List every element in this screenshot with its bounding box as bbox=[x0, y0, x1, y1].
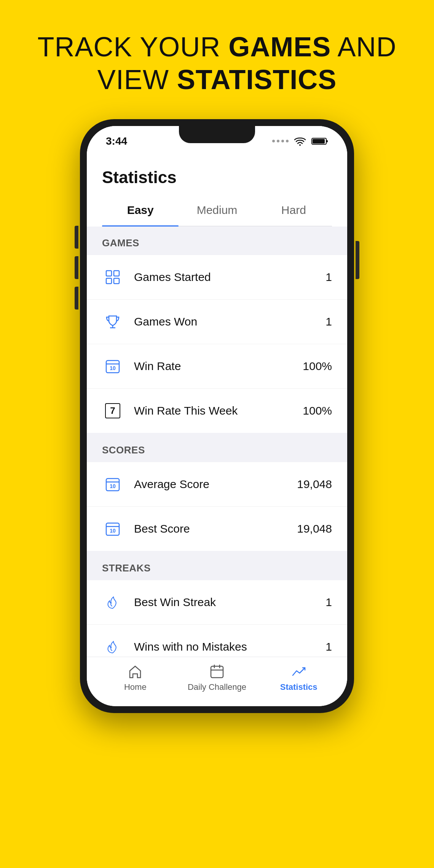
win-rate-icon: 10 bbox=[102, 356, 123, 377]
no-mistakes-value: 1 bbox=[326, 640, 332, 653]
games-won-value: 1 bbox=[326, 315, 332, 328]
table-row: 7 Win Rate This Week 100% bbox=[87, 389, 347, 433]
avg-score-value: 19,048 bbox=[297, 478, 332, 491]
games-card: Games Started 1 bbox=[87, 255, 347, 433]
avg-score-label: Average Score bbox=[134, 478, 297, 491]
calendar-icon bbox=[209, 663, 225, 680]
tab-hard[interactable]: Hard bbox=[255, 195, 332, 226]
hero-bold1: GAMES bbox=[228, 32, 331, 62]
svg-rect-4 bbox=[106, 271, 112, 276]
phone-inner: 3:44 bbox=[87, 126, 347, 706]
notch bbox=[179, 126, 255, 143]
best-streak-icon bbox=[102, 592, 123, 613]
tab-medium[interactable]: Medium bbox=[179, 195, 255, 226]
best-streak-label: Best Win Streak bbox=[134, 596, 326, 609]
grid-icon bbox=[102, 266, 123, 288]
battery-icon bbox=[311, 137, 328, 146]
signal-dots-icon bbox=[272, 140, 289, 142]
table-row: 10 Average Score 19,048 bbox=[87, 462, 347, 507]
win-rate-week-value: 100% bbox=[303, 404, 332, 417]
svg-text:10: 10 bbox=[110, 528, 116, 534]
best-score-icon: 10 bbox=[102, 518, 123, 539]
svg-point-0 bbox=[299, 144, 301, 146]
daily-challenge-label: Daily Challenge bbox=[188, 682, 246, 692]
win-rate-week-label: Win Rate This Week bbox=[134, 404, 303, 417]
win-rate-week-icon: 7 bbox=[102, 400, 123, 421]
status-bar: 3:44 bbox=[87, 126, 347, 156]
difficulty-tabs: Easy Medium Hard bbox=[102, 195, 332, 227]
svg-rect-2 bbox=[313, 139, 325, 144]
avg-score-icon: 10 bbox=[102, 474, 123, 495]
scores-card: 10 Average Score 19,048 10 bbox=[87, 462, 347, 551]
games-started-label: Games Started bbox=[134, 271, 326, 284]
home-label: Home bbox=[124, 682, 147, 692]
best-score-label: Best Score bbox=[134, 522, 297, 535]
games-section-header: Games bbox=[87, 227, 347, 255]
nav-item-daily-challenge[interactable]: Daily Challenge bbox=[176, 663, 258, 692]
no-mistakes-icon bbox=[102, 636, 123, 657]
svg-rect-5 bbox=[114, 271, 119, 276]
svg-rect-7 bbox=[114, 278, 119, 284]
page-title: Statistics bbox=[102, 168, 332, 195]
games-started-value: 1 bbox=[326, 271, 332, 284]
trophy-icon bbox=[102, 311, 123, 332]
app-header: Statistics Easy Medium Hard bbox=[87, 156, 347, 227]
table-row: 10 Best Score 19,048 bbox=[87, 507, 347, 551]
seven-box-icon: 7 bbox=[105, 403, 120, 418]
hero-section: TRACK YOUR GAMES AND VIEW STATISTICS bbox=[0, 0, 434, 119]
games-won-label: Games Won bbox=[134, 315, 326, 328]
app-content: Statistics Easy Medium Hard Games bbox=[87, 156, 347, 657]
svg-text:10: 10 bbox=[110, 483, 116, 489]
streaks-section-header: Streaks bbox=[87, 552, 347, 580]
table-row: Games Won 1 bbox=[87, 300, 347, 344]
statistics-label: Statistics bbox=[280, 682, 318, 692]
home-icon bbox=[127, 663, 144, 680]
bottom-nav: Home Daily Challenge bbox=[87, 657, 347, 706]
best-score-value: 19,048 bbox=[297, 522, 332, 535]
status-time: 3:44 bbox=[106, 135, 127, 147]
hero-bold2: STATISTICS bbox=[177, 64, 337, 95]
wifi-icon bbox=[294, 137, 306, 146]
win-rate-label: Win Rate bbox=[134, 360, 303, 373]
svg-rect-6 bbox=[106, 278, 112, 284]
no-mistakes-label: Wins with no Mistakes bbox=[134, 640, 326, 653]
streaks-card: Best Win Streak 1 Wins with no Mistakes … bbox=[87, 580, 347, 657]
table-row: 10 Win Rate 100% bbox=[87, 344, 347, 389]
tab-easy[interactable]: Easy bbox=[102, 195, 179, 226]
scores-section-header: Scores bbox=[87, 434, 347, 462]
table-row: Best Win Streak 1 bbox=[87, 580, 347, 625]
status-icons bbox=[272, 137, 328, 146]
phone-outer: 3:44 bbox=[80, 119, 354, 713]
nav-item-home[interactable]: Home bbox=[94, 663, 176, 692]
win-rate-value: 100% bbox=[303, 360, 332, 373]
svg-rect-3 bbox=[326, 140, 328, 142]
best-streak-value: 1 bbox=[326, 596, 332, 609]
svg-rect-19 bbox=[211, 666, 223, 678]
nav-item-statistics[interactable]: Statistics bbox=[258, 663, 340, 692]
table-row: Wins with no Mistakes 1 bbox=[87, 625, 347, 657]
phone-mockup: 3:44 bbox=[0, 119, 434, 713]
svg-text:10: 10 bbox=[110, 365, 116, 371]
stats-icon bbox=[290, 663, 307, 680]
table-row: Games Started 1 bbox=[87, 255, 347, 300]
